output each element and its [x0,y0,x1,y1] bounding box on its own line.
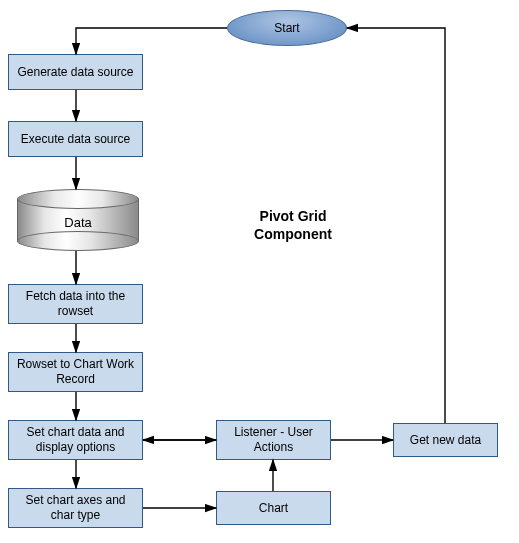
listener-label: Listener - User Actions [223,425,324,455]
data-label: Data [17,215,139,230]
generate-label: Generate data source [17,65,133,80]
execute-data-source-node: Execute data source [8,121,143,157]
start-label: Start [274,21,299,35]
rowset-to-chart-node: Rowset to Chart Work Record [8,352,143,392]
chart-label: Chart [259,501,288,516]
title-line1: Pivot Grid [260,208,327,224]
start-node: Start [227,10,347,46]
setdata-label: Set chart data and display options [15,425,136,455]
rowset-label: Rowset to Chart Work Record [15,357,136,387]
set-chart-data-node: Set chart data and display options [8,420,143,460]
fetch-rowset-node: Fetch data into the rowset [8,284,143,324]
get-new-data-node: Get new data [393,423,498,457]
set-chart-axes-node: Set chart axes and char type [8,488,143,528]
getnew-label: Get new data [410,433,481,448]
chart-node: Chart [216,491,331,525]
diagram-title: Pivot Grid Component [238,207,348,243]
generate-data-source-node: Generate data source [8,54,143,90]
listener-node: Listener - User Actions [216,420,331,460]
setaxes-label: Set chart axes and char type [15,493,136,523]
fetch-label: Fetch data into the rowset [15,289,136,319]
data-cylinder: Data [17,189,139,251]
flowchart-canvas: Start Generate data source Execute data … [0,0,519,543]
title-line2: Component [254,226,332,242]
execute-label: Execute data source [21,132,130,147]
